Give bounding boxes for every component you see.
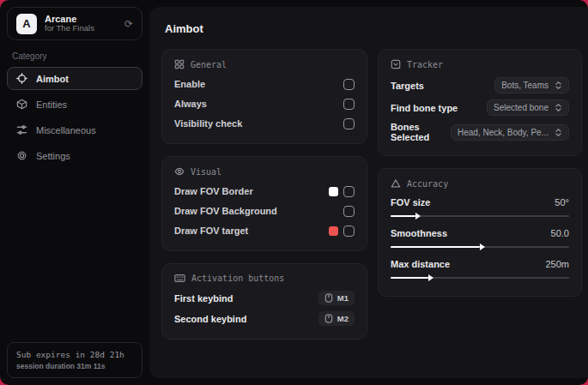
setting-label: Draw FOV Border bbox=[174, 186, 253, 196]
dropdown-value: Head, Neck, Body, Pe... bbox=[458, 128, 549, 137]
app-header: A Arcane for The Finals ⟳ bbox=[7, 7, 142, 40]
card-title: Accuracy bbox=[407, 179, 448, 189]
card-title: Activation buttons bbox=[191, 274, 284, 283]
fov-size-slider[interactable] bbox=[391, 215, 569, 217]
sidebar-item-entities[interactable]: Entities bbox=[7, 93, 142, 116]
setting-label: Smoothness bbox=[391, 228, 447, 238]
smoothness-slider[interactable] bbox=[391, 246, 569, 248]
sub-expiry-text: Sub expires in 28d 21h bbox=[16, 349, 133, 361]
draw-fov-border-checkbox[interactable] bbox=[343, 186, 355, 197]
setting-label: Enable bbox=[174, 79, 205, 89]
app-window: A Arcane for The Finals ⟳ Category Aimbo… bbox=[0, 0, 588, 385]
targets-dropdown[interactable]: Bots, Teams bbox=[494, 77, 569, 93]
chevron-up-down-icon bbox=[555, 103, 562, 112]
sliders-icon bbox=[16, 124, 27, 135]
grid-icon bbox=[174, 59, 185, 69]
second-keybind-button[interactable]: M2 bbox=[318, 311, 355, 326]
always-checkbox[interactable] bbox=[343, 99, 355, 110]
card-activation-buttons: Activation buttons First keybind M1 Seco… bbox=[161, 263, 367, 340]
setting-label: Draw FOV target bbox=[174, 226, 248, 236]
refresh-icon[interactable]: ⟳ bbox=[124, 19, 133, 29]
gear-icon bbox=[16, 150, 27, 161]
chevron-up-down-icon bbox=[555, 81, 562, 90]
setting-label: Bones Selected bbox=[391, 122, 451, 142]
app-title-block: Arcane for The Finals bbox=[45, 14, 94, 34]
color-swatch-white[interactable] bbox=[329, 187, 338, 196]
keyboard-icon bbox=[174, 274, 185, 283]
setting-label: FOV size bbox=[391, 197, 430, 208]
app-logo: A bbox=[16, 14, 37, 34]
sidebar: A Arcane for The Finals ⟳ Category Aimbo… bbox=[0, 0, 149, 385]
draw-fov-background-checkbox[interactable] bbox=[343, 206, 355, 217]
setting-row-max-distance: Max distance 250m bbox=[391, 255, 569, 286]
setting-label: Second keybind bbox=[174, 314, 246, 324]
setting-row-first-keybind: First keybind M1 bbox=[174, 287, 355, 308]
setting-label: Targets bbox=[391, 81, 424, 91]
setting-label: Always bbox=[174, 99, 207, 109]
sidebar-item-label: Settings bbox=[36, 151, 70, 161]
setting-row-find-bone-type: Find bone type Selected bone bbox=[391, 96, 569, 118]
setting-label: Visibility check bbox=[174, 118, 242, 129]
crosshair-icon bbox=[16, 73, 27, 84]
session-duration-text: session duration 31m 11s bbox=[16, 361, 133, 371]
setting-label: First keybind bbox=[174, 293, 233, 304]
page-title: Aimbot bbox=[165, 22, 582, 35]
setting-row-visibility-check: Visibility check bbox=[174, 113, 355, 133]
subscription-info: Sub expires in 28d 21h session duration … bbox=[7, 342, 142, 378]
chevron-up-down-icon bbox=[555, 128, 562, 137]
sidebar-item-label: Miscellaneous bbox=[36, 125, 96, 135]
main-panel: Aimbot General Enable Alw bbox=[149, 7, 588, 378]
card-title: Tracker bbox=[407, 60, 443, 69]
card-accuracy: Accuracy FOV size 50° bbox=[378, 168, 582, 297]
slider-handle[interactable] bbox=[428, 274, 433, 281]
app-subtitle: for The Finals bbox=[45, 24, 94, 33]
sidebar-item-label: Aimbot bbox=[36, 74, 69, 84]
bones-selected-dropdown[interactable]: Head, Neck, Body, Pe... bbox=[451, 124, 569, 141]
keybind-value: M1 bbox=[337, 293, 349, 303]
card-visual: Visual Draw FOV Border Draw FOV Backgrou… bbox=[161, 156, 367, 251]
find-bone-type-dropdown[interactable]: Selected bone bbox=[487, 99, 569, 116]
smoothness-value: 50.0 bbox=[551, 228, 569, 238]
keybind-value: M2 bbox=[337, 314, 349, 323]
setting-row-targets: Targets Bots, Teams bbox=[391, 74, 569, 96]
slider-handle[interactable] bbox=[480, 244, 485, 250]
sidebar-item-aimbot[interactable]: Aimbot bbox=[7, 67, 142, 90]
enable-checkbox[interactable] bbox=[343, 79, 355, 90]
visibility-check-checkbox[interactable] bbox=[343, 118, 355, 129]
setting-label: Max distance bbox=[391, 259, 450, 269]
setting-row-always: Always bbox=[174, 93, 355, 113]
setting-row-draw-fov-background: Draw FOV Background bbox=[174, 201, 355, 220]
card-title: General bbox=[191, 60, 227, 69]
setting-row-enable: Enable bbox=[174, 74, 355, 93]
setting-row-draw-fov-target: Draw FOV target bbox=[174, 220, 355, 240]
card-general: General Enable Always Visibility check bbox=[161, 49, 367, 144]
setting-row-fov-size: FOV size 50° bbox=[391, 193, 569, 224]
category-label: Category bbox=[12, 51, 137, 61]
card-tracker: Tracker Targets Bots, Teams Find bone ty… bbox=[378, 49, 582, 156]
max-distance-value: 250m bbox=[545, 259, 569, 269]
sidebar-item-label: Entities bbox=[36, 99, 67, 110]
first-keybind-button[interactable]: M1 bbox=[318, 291, 355, 305]
setting-row-second-keybind: Second keybind M2 bbox=[174, 308, 355, 328]
mouse-icon bbox=[324, 314, 333, 323]
setting-row-draw-fov-border: Draw FOV Border bbox=[174, 181, 355, 201]
dropdown-value: Bots, Teams bbox=[501, 81, 549, 90]
slider-handle[interactable] bbox=[415, 213, 421, 220]
draw-fov-target-checkbox[interactable] bbox=[343, 226, 355, 237]
color-swatch-red[interactable] bbox=[329, 226, 338, 236]
setting-label: Draw FOV Background bbox=[174, 206, 277, 216]
triangle-icon bbox=[391, 178, 401, 189]
card-title: Visual bbox=[191, 167, 221, 177]
dropdown-value: Selected bone bbox=[494, 103, 549, 112]
setting-row-smoothness: Smoothness 50.0 bbox=[391, 224, 569, 255]
setting-row-bones-selected: Bones Selected Head, Neck, Body, Pe... bbox=[391, 118, 569, 145]
fov-size-value: 50° bbox=[555, 197, 569, 208]
sidebar-item-settings[interactable]: Settings bbox=[7, 144, 142, 167]
cube-icon bbox=[16, 99, 27, 110]
sidebar-item-miscellaneous[interactable]: Miscellaneous bbox=[7, 118, 142, 141]
max-distance-slider[interactable] bbox=[391, 277, 569, 279]
mouse-icon bbox=[324, 293, 333, 303]
scan-target-icon bbox=[391, 59, 401, 69]
setting-label: Find bone type bbox=[391, 103, 458, 113]
eye-icon bbox=[174, 166, 185, 177]
